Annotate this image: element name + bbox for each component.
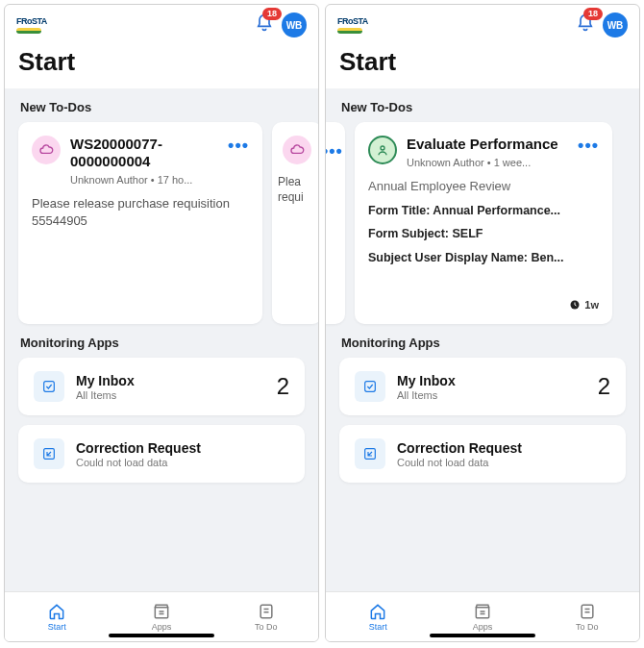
content: New To-Dos WS20000077-0000000004 Unknown… bbox=[5, 88, 318, 591]
app-sub: All Items bbox=[76, 389, 277, 401]
brand-text: FRoSTA bbox=[337, 17, 368, 26]
notif-badge: 18 bbox=[262, 8, 282, 20]
nav-label: To Do bbox=[255, 622, 278, 632]
todo-subtitle: Unknown Author • 17 ho... bbox=[70, 174, 218, 186]
svg-rect-7 bbox=[582, 605, 593, 617]
todo-age: 1w bbox=[368, 299, 599, 311]
header-actions: 18 WB bbox=[255, 12, 307, 37]
app-card-inbox[interactable]: My Inbox All Items 2 bbox=[18, 358, 305, 415]
svg-rect-2 bbox=[260, 605, 272, 617]
brand-wave bbox=[337, 28, 362, 34]
home-icon bbox=[368, 602, 387, 621]
app-card-correction[interactable]: Correction Request Could not load data bbox=[18, 425, 305, 483]
nav-apps[interactable]: Apps bbox=[454, 602, 511, 632]
header: FRoSTA 18 WB bbox=[326, 5, 639, 41]
brand-wave bbox=[16, 28, 41, 34]
nav-start[interactable]: Start bbox=[349, 602, 407, 632]
card-menu-button[interactable]: ••• bbox=[578, 136, 599, 150]
todo-body: Annual Employee Review Form Title: Annua… bbox=[368, 178, 599, 266]
app-sub: Could not load data bbox=[76, 457, 289, 468]
todo-icon bbox=[257, 602, 276, 621]
card-menu-button[interactable]: ••• bbox=[228, 136, 249, 150]
edit-icon bbox=[34, 438, 64, 469]
nav-label: Start bbox=[369, 622, 387, 632]
todo-subtitle: Unknown Author • 1 wee... bbox=[407, 157, 568, 168]
app-sub: All Items bbox=[397, 389, 598, 401]
cloud-icon bbox=[283, 136, 311, 164]
nav-label: Apps bbox=[152, 622, 172, 632]
app-name: My Inbox bbox=[76, 373, 277, 388]
cloud-icon bbox=[32, 136, 61, 164]
section-todos-title: New To-Dos bbox=[5, 88, 318, 122]
inbox-icon bbox=[34, 371, 64, 402]
notifications-button[interactable]: 18 bbox=[576, 13, 595, 37]
home-icon bbox=[47, 602, 66, 621]
inbox-icon bbox=[355, 371, 385, 402]
app-list: My Inbox All Items 2 Correction Request … bbox=[326, 358, 639, 483]
brand-logo: FRoSTA bbox=[16, 17, 47, 34]
nav-label: Apps bbox=[473, 622, 493, 632]
header: FRoSTA 18 WB bbox=[5, 5, 318, 41]
section-apps-title: Monitoring Apps bbox=[326, 324, 639, 358]
inbox-count: 2 bbox=[277, 373, 289, 400]
todo-card[interactable]: Evaluate Performance Unknown Author • 1 … bbox=[355, 122, 612, 324]
card-menu-button[interactable]: ••• bbox=[326, 141, 343, 162]
todo-title: WS20000077-0000000004 bbox=[70, 136, 218, 170]
page-title: Start bbox=[5, 41, 318, 88]
home-indicator bbox=[109, 634, 214, 637]
todo-card[interactable]: WS20000077-0000000004 Unknown Author • 1… bbox=[18, 122, 262, 324]
person-icon bbox=[368, 136, 397, 164]
todo-line0: Annual Employee Review bbox=[368, 178, 599, 195]
todo-line3: Subject User Display Name: Ben... bbox=[368, 250, 599, 266]
clock-icon bbox=[569, 299, 581, 311]
todo-title: Evaluate Performance bbox=[407, 136, 568, 153]
todo-card-row: WS20000077-0000000004 Unknown Author • 1… bbox=[5, 122, 318, 324]
todo-age-text: 1w bbox=[584, 299, 599, 311]
avatar[interactable]: WB bbox=[603, 12, 628, 37]
home-indicator bbox=[430, 634, 535, 637]
svg-rect-5 bbox=[365, 382, 376, 392]
todo-line2: Form Subject: SELF bbox=[368, 226, 599, 242]
brand-logo: FRoSTA bbox=[337, 17, 368, 34]
svg-rect-0 bbox=[44, 382, 55, 392]
nav-apps[interactable]: Apps bbox=[133, 602, 190, 632]
nav-todo[interactable]: To Do bbox=[237, 602, 295, 632]
nav-start[interactable]: Start bbox=[28, 602, 86, 632]
app-name: My Inbox bbox=[397, 373, 598, 388]
todo-card-peek[interactable]: Plearequi bbox=[272, 122, 318, 324]
app-list: My Inbox All Items 2 Correction Request … bbox=[5, 358, 318, 483]
section-apps-title: Monitoring Apps bbox=[5, 324, 318, 358]
todo-icon bbox=[578, 602, 597, 621]
apps-icon bbox=[473, 602, 492, 621]
edit-icon bbox=[355, 438, 385, 469]
app-sub: Could not load data bbox=[397, 457, 610, 468]
page-title: Start bbox=[326, 41, 639, 88]
todo-body: Please release purchase requisition 5554… bbox=[32, 195, 249, 229]
app-name: Correction Request bbox=[397, 440, 610, 456]
nav-label: To Do bbox=[576, 622, 599, 632]
app-card-correction[interactable]: Correction Request Could not load data bbox=[339, 425, 626, 483]
phone-left: FRoSTA 18 WB Start New To-Dos WS20000077… bbox=[4, 4, 319, 642]
phone-right: FRoSTA 18 WB Start New To-Dos ••• bbox=[325, 4, 640, 642]
todo-card-peek-left[interactable]: ••• bbox=[326, 122, 345, 324]
apps-icon bbox=[152, 602, 171, 621]
brand-text: FRoSTA bbox=[16, 17, 47, 26]
todo-peek-body: Plearequi bbox=[278, 174, 316, 205]
content: New To-Dos ••• Evaluate Performance Unkn… bbox=[326, 88, 639, 591]
todo-line1: Form Title: Annual Performance... bbox=[368, 203, 599, 219]
app-name: Correction Request bbox=[76, 440, 289, 456]
notifications-button[interactable]: 18 bbox=[255, 13, 274, 37]
notif-badge: 18 bbox=[583, 8, 603, 20]
nav-label: Start bbox=[48, 622, 66, 632]
svg-point-3 bbox=[381, 146, 384, 150]
nav-todo[interactable]: To Do bbox=[558, 602, 616, 632]
avatar[interactable]: WB bbox=[282, 12, 307, 37]
todo-card-row: ••• Evaluate Performance Unknown Author … bbox=[326, 122, 639, 324]
section-todos-title: New To-Dos bbox=[326, 88, 639, 122]
header-actions: 18 WB bbox=[576, 12, 628, 37]
app-card-inbox[interactable]: My Inbox All Items 2 bbox=[339, 358, 626, 415]
inbox-count: 2 bbox=[598, 373, 610, 400]
